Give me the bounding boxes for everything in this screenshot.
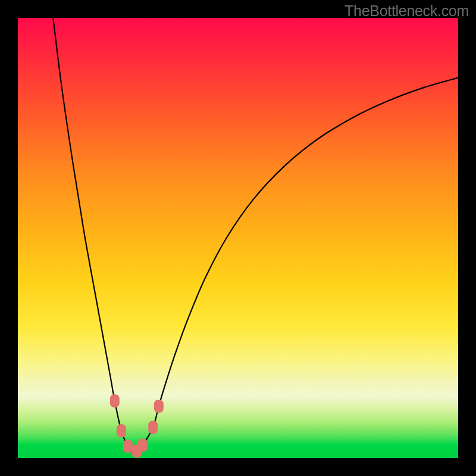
threshold-marker <box>148 421 158 434</box>
bottleneck-curve <box>53 18 458 452</box>
plot-area <box>18 18 458 458</box>
threshold-markers <box>110 394 164 458</box>
curve-layer <box>18 18 458 458</box>
threshold-marker <box>137 439 147 452</box>
attribution-label: TheBottleneck.com <box>345 2 469 20</box>
threshold-marker <box>154 400 164 413</box>
threshold-marker <box>123 440 133 453</box>
chart-frame: TheBottleneck.com <box>0 0 476 476</box>
threshold-marker <box>117 424 126 437</box>
threshold-marker <box>110 394 120 408</box>
